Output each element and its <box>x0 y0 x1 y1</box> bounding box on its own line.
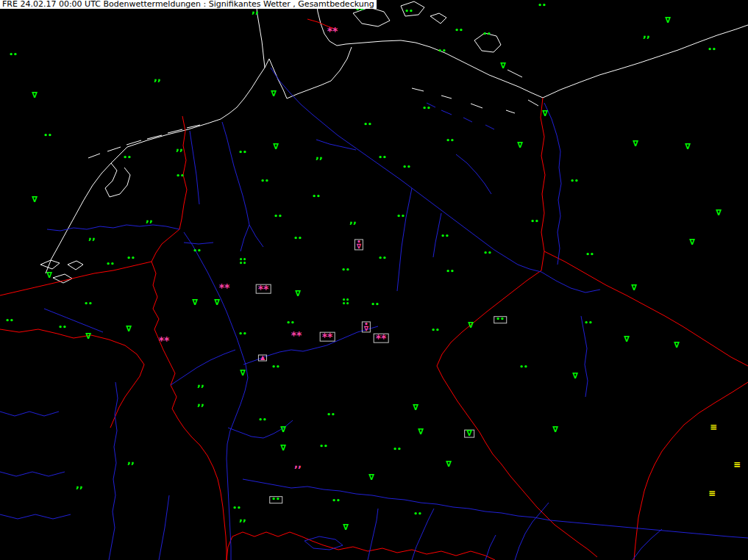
light-rain-icon: •• <box>405 10 413 14</box>
drizzle-icon: ,, <box>88 234 96 240</box>
shower-icon: ∇ <box>32 93 38 98</box>
weather-map-canvas: ,,**••••••••••∇,,••••∇••,,∇∇••••,,••∇,,•… <box>0 0 748 560</box>
shower-icon: ∇ <box>46 273 52 279</box>
shower-icon: ∇ <box>633 142 638 147</box>
light-rain-icon: •• <box>319 445 328 449</box>
light-rain-icon: •• <box>341 268 350 273</box>
drizzle-icon: ,, <box>349 218 357 223</box>
light-rain-icon: •• <box>260 179 269 184</box>
light-rain-icon: •• <box>483 251 492 256</box>
drizzle-icon: ,, <box>127 458 135 464</box>
snow-icon: ** <box>219 284 230 291</box>
light-rain-icon: •• <box>269 496 282 503</box>
shower-icon: ∇ <box>716 211 722 216</box>
light-rain-icon: •• <box>538 4 546 8</box>
light-rain-icon: •• <box>413 512 422 517</box>
shower-icon: ∇ <box>689 240 695 245</box>
light-rain-icon: •• <box>441 234 449 239</box>
light-rain-icon: •• <box>327 413 335 417</box>
light-rain-icon: •• <box>258 418 267 423</box>
shower-icon: ∇ <box>240 371 246 376</box>
light-rain-icon: •• <box>43 134 52 138</box>
light-rain-icon: •• <box>494 316 507 323</box>
shower-icon: ∇ <box>685 145 691 150</box>
light-rain-icon: •• <box>371 303 380 307</box>
shower-icon: ∇ <box>464 430 474 438</box>
rain-shower-icon: • ∇ <box>355 239 363 250</box>
light-rain-icon: •• <box>123 156 132 160</box>
rain-shower-icon: • ∇ <box>362 321 371 332</box>
shower-icon: ∇ <box>674 343 680 348</box>
snow-icon: ** <box>374 334 389 343</box>
shower-icon: ∇ <box>126 327 132 332</box>
light-rain-icon: •• <box>238 332 247 337</box>
light-rain-icon: •• <box>446 270 455 274</box>
mist-fog-icon: ≡ <box>708 491 716 496</box>
light-rain-icon: •• <box>9 53 18 57</box>
drizzle-icon: ,, <box>154 75 161 81</box>
light-rain-icon: •• <box>293 237 302 241</box>
light-rain-icon: •• <box>286 321 295 326</box>
shower-icon: ∇ <box>32 198 38 203</box>
snow-icon: ** <box>159 337 170 344</box>
light-rain-icon: •• <box>393 448 402 452</box>
light-rain-icon: •• <box>455 29 463 33</box>
light-rain-icon: •• <box>127 256 135 261</box>
light-rain-icon: •• <box>584 321 593 326</box>
light-rain-icon: •• <box>58 326 67 330</box>
shower-icon: ∇ <box>446 462 452 467</box>
light-rain-icon: •• <box>176 174 185 179</box>
moderate-rain-icon: •• •• <box>342 299 349 306</box>
mist-fog-icon: ≡ <box>710 425 717 430</box>
shower-icon: ∇ <box>280 446 286 451</box>
shower-icon: ∇ <box>343 525 349 531</box>
light-rain-icon: •• <box>570 179 579 184</box>
light-rain-icon: •• <box>431 329 440 333</box>
drizzle-icon: ,, <box>146 216 153 222</box>
shower-icon: ∇ <box>271 92 277 97</box>
shower-icon: ∇ <box>517 143 523 148</box>
light-rain-icon: •• <box>378 156 387 160</box>
drizzle-icon: ,, <box>316 153 323 159</box>
drizzle-icon: ,, <box>197 400 204 406</box>
snow-icon: ** <box>327 28 338 35</box>
light-rain-icon: •• <box>446 139 455 143</box>
drizzle-icon: ,, <box>76 482 83 488</box>
shower-icon: ∇ <box>192 301 198 306</box>
shower-icon: ∇ <box>624 337 630 342</box>
shower-icon: ∇ <box>552 428 558 433</box>
shower-icon: ∇ <box>368 475 374 481</box>
shower-icon: ∇ <box>295 292 301 297</box>
light-rain-icon: •• <box>708 48 716 52</box>
drizzle-icon: ,, <box>197 381 204 387</box>
light-rain-icon: •• <box>84 302 93 306</box>
shower-icon: ∇ <box>85 334 91 340</box>
light-rain-icon: •• <box>530 220 539 224</box>
light-rain-icon: •• <box>378 256 387 261</box>
light-rain-icon: •• <box>422 107 431 111</box>
snow-icon: ** <box>320 332 335 342</box>
shower-icon: ∇ <box>631 286 637 291</box>
light-rain-icon: •• <box>355 8 364 12</box>
light-rain-icon: •• <box>519 365 528 370</box>
light-rain-icon: •• <box>363 123 372 127</box>
light-rain-icon: •• <box>193 249 202 254</box>
light-rain-icon: •• <box>5 319 14 323</box>
drizzle-icon: ,, <box>294 462 302 467</box>
shower-icon: ∇ <box>418 430 424 435</box>
light-rain-icon: •• <box>271 365 280 370</box>
light-rain-icon: •• <box>238 151 247 155</box>
snow-icon: ** <box>291 332 302 339</box>
station-symbols-layer: ,,**••••••••••∇,,••••∇••,,∇∇••••,,••∇,,•… <box>0 0 748 560</box>
shower-icon: ∇ <box>413 406 418 411</box>
drizzle-icon: ,, <box>176 145 183 151</box>
light-rain-icon: •• <box>332 499 341 503</box>
snow-icon: ** <box>256 284 271 294</box>
snow-shower-icon: ▲ <box>258 355 267 362</box>
shower-icon: ∇ <box>468 323 474 329</box>
shower-icon: ∇ <box>280 428 286 433</box>
light-rain-icon: •• <box>274 215 282 219</box>
shower-icon: ∇ <box>542 112 548 117</box>
light-rain-icon: •• <box>585 253 594 257</box>
shower-icon: ∇ <box>572 374 578 379</box>
